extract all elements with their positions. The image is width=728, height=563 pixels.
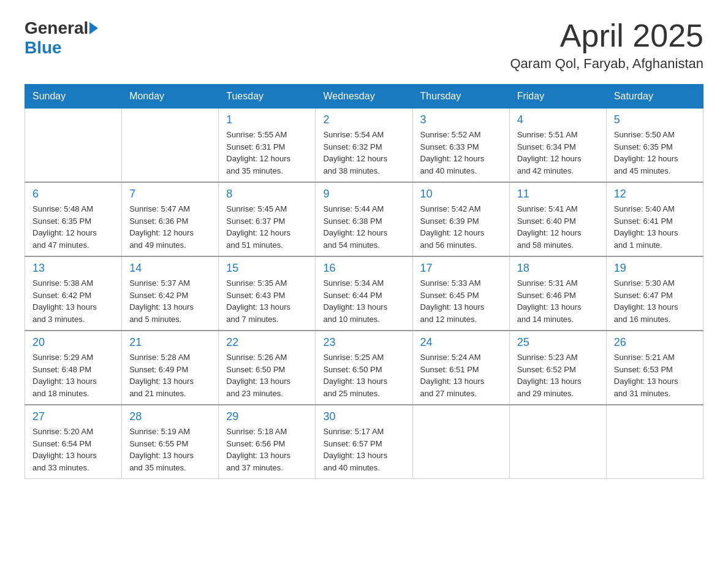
day-info: Sunrise: 5:55 AM Sunset: 6:31 PM Dayligh… bbox=[226, 129, 308, 177]
calendar-cell: 14Sunrise: 5:37 AM Sunset: 6:42 PM Dayli… bbox=[122, 256, 219, 331]
day-number: 28 bbox=[129, 410, 211, 423]
day-number: 26 bbox=[614, 336, 696, 349]
calendar-cell: 10Sunrise: 5:42 AM Sunset: 6:39 PM Dayli… bbox=[412, 182, 509, 256]
calendar-cell: 13Sunrise: 5:38 AM Sunset: 6:42 PM Dayli… bbox=[25, 256, 122, 331]
calendar-cell: 19Sunrise: 5:30 AM Sunset: 6:47 PM Dayli… bbox=[606, 256, 703, 331]
day-number: 22 bbox=[226, 336, 308, 349]
day-number: 3 bbox=[420, 113, 502, 126]
calendar-cell: 11Sunrise: 5:41 AM Sunset: 6:40 PM Dayli… bbox=[509, 182, 606, 256]
weekday-header-tuesday: Tuesday bbox=[219, 85, 316, 109]
weekday-header-monday: Monday bbox=[122, 85, 219, 109]
calendar-cell: 3Sunrise: 5:52 AM Sunset: 6:33 PM Daylig… bbox=[412, 109, 509, 183]
calendar-cell: 8Sunrise: 5:45 AM Sunset: 6:37 PM Daylig… bbox=[219, 182, 316, 256]
calendar-cell: 23Sunrise: 5:25 AM Sunset: 6:50 PM Dayli… bbox=[316, 331, 412, 405]
weekday-header-friday: Friday bbox=[509, 85, 606, 109]
day-info: Sunrise: 5:52 AM Sunset: 6:33 PM Dayligh… bbox=[420, 129, 502, 177]
weekday-header-thursday: Thursday bbox=[412, 85, 509, 109]
day-number: 14 bbox=[129, 262, 211, 275]
day-info: Sunrise: 5:33 AM Sunset: 6:45 PM Dayligh… bbox=[420, 277, 502, 325]
calendar-cell bbox=[606, 405, 703, 479]
calendar-cell: 16Sunrise: 5:34 AM Sunset: 6:44 PM Dayli… bbox=[316, 256, 412, 331]
calendar-cell: 12Sunrise: 5:40 AM Sunset: 6:41 PM Dayli… bbox=[606, 182, 703, 256]
header-right: April 2025 Qaram Qol, Faryab, Afghanista… bbox=[510, 18, 704, 72]
logo-blue-text: Blue bbox=[25, 38, 62, 58]
day-info: Sunrise: 5:17 AM Sunset: 6:57 PM Dayligh… bbox=[323, 426, 404, 473]
day-info: Sunrise: 5:37 AM Sunset: 6:42 PM Dayligh… bbox=[129, 277, 211, 325]
day-number: 10 bbox=[420, 188, 502, 201]
logo-triangle-icon bbox=[89, 22, 98, 34]
day-number: 17 bbox=[420, 262, 502, 275]
location-subtitle: Qaram Qol, Faryab, Afghanistan bbox=[510, 56, 704, 72]
day-number: 13 bbox=[32, 262, 114, 275]
day-info: Sunrise: 5:21 AM Sunset: 6:53 PM Dayligh… bbox=[614, 351, 696, 399]
weekday-header-sunday: Sunday bbox=[25, 85, 122, 109]
weekday-header-saturday: Saturday bbox=[606, 85, 703, 109]
day-number: 9 bbox=[323, 188, 404, 201]
day-info: Sunrise: 5:54 AM Sunset: 6:32 PM Dayligh… bbox=[323, 129, 404, 177]
day-info: Sunrise: 5:45 AM Sunset: 6:37 PM Dayligh… bbox=[226, 203, 308, 251]
calendar-cell: 9Sunrise: 5:44 AM Sunset: 6:38 PM Daylig… bbox=[316, 182, 412, 256]
weekday-header-wednesday: Wednesday bbox=[316, 85, 412, 109]
day-info: Sunrise: 5:40 AM Sunset: 6:41 PM Dayligh… bbox=[614, 203, 696, 251]
day-number: 24 bbox=[420, 336, 502, 349]
day-info: Sunrise: 5:24 AM Sunset: 6:51 PM Dayligh… bbox=[420, 351, 502, 399]
calendar-cell: 5Sunrise: 5:50 AM Sunset: 6:35 PM Daylig… bbox=[606, 109, 703, 183]
day-number: 6 bbox=[32, 188, 114, 201]
calendar-cell: 2Sunrise: 5:54 AM Sunset: 6:32 PM Daylig… bbox=[316, 109, 412, 183]
calendar-cell: 15Sunrise: 5:35 AM Sunset: 6:43 PM Dayli… bbox=[219, 256, 316, 331]
calendar-cell: 29Sunrise: 5:18 AM Sunset: 6:56 PM Dayli… bbox=[219, 405, 316, 479]
day-info: Sunrise: 5:31 AM Sunset: 6:46 PM Dayligh… bbox=[517, 277, 599, 325]
calendar-cell: 21Sunrise: 5:28 AM Sunset: 6:49 PM Dayli… bbox=[122, 331, 219, 405]
calendar-cell: 26Sunrise: 5:21 AM Sunset: 6:53 PM Dayli… bbox=[606, 331, 703, 405]
calendar-cell: 6Sunrise: 5:48 AM Sunset: 6:35 PM Daylig… bbox=[25, 182, 122, 256]
calendar-week-row: 27Sunrise: 5:20 AM Sunset: 6:54 PM Dayli… bbox=[25, 405, 703, 479]
day-info: Sunrise: 5:41 AM Sunset: 6:40 PM Dayligh… bbox=[517, 203, 599, 251]
calendar-cell bbox=[25, 109, 122, 183]
day-number: 30 bbox=[323, 410, 404, 423]
day-info: Sunrise: 5:23 AM Sunset: 6:52 PM Dayligh… bbox=[517, 351, 599, 399]
day-number: 5 bbox=[614, 113, 696, 126]
day-info: Sunrise: 5:50 AM Sunset: 6:35 PM Dayligh… bbox=[614, 129, 696, 177]
day-info: Sunrise: 5:34 AM Sunset: 6:44 PM Dayligh… bbox=[323, 277, 404, 325]
calendar-cell: 22Sunrise: 5:26 AM Sunset: 6:50 PM Dayli… bbox=[219, 331, 316, 405]
day-info: Sunrise: 5:42 AM Sunset: 6:39 PM Dayligh… bbox=[420, 203, 502, 251]
calendar-table: SundayMondayTuesdayWednesdayThursdayFrid… bbox=[25, 84, 703, 479]
calendar-week-row: 1Sunrise: 5:55 AM Sunset: 6:31 PM Daylig… bbox=[25, 109, 703, 183]
day-number: 25 bbox=[517, 336, 599, 349]
calendar-cell bbox=[412, 405, 509, 479]
day-info: Sunrise: 5:47 AM Sunset: 6:36 PM Dayligh… bbox=[129, 203, 211, 251]
day-info: Sunrise: 5:28 AM Sunset: 6:49 PM Dayligh… bbox=[129, 351, 211, 399]
day-info: Sunrise: 5:25 AM Sunset: 6:50 PM Dayligh… bbox=[323, 351, 404, 399]
day-info: Sunrise: 5:38 AM Sunset: 6:42 PM Dayligh… bbox=[32, 277, 114, 325]
calendar-cell: 17Sunrise: 5:33 AM Sunset: 6:45 PM Dayli… bbox=[412, 256, 509, 331]
calendar-cell: 27Sunrise: 5:20 AM Sunset: 6:54 PM Dayli… bbox=[25, 405, 122, 479]
day-number: 18 bbox=[517, 262, 599, 275]
calendar-cell bbox=[509, 405, 606, 479]
day-info: Sunrise: 5:51 AM Sunset: 6:34 PM Dayligh… bbox=[517, 129, 599, 177]
page-header: General Blue April 2025 Qaram Qol, Farya… bbox=[25, 18, 703, 72]
day-number: 23 bbox=[323, 336, 404, 349]
calendar-cell: 30Sunrise: 5:17 AM Sunset: 6:57 PM Dayli… bbox=[316, 405, 412, 479]
day-number: 29 bbox=[226, 410, 308, 423]
month-title: April 2025 bbox=[510, 18, 704, 53]
calendar-week-row: 20Sunrise: 5:29 AM Sunset: 6:48 PM Dayli… bbox=[25, 331, 703, 405]
calendar-week-row: 6Sunrise: 5:48 AM Sunset: 6:35 PM Daylig… bbox=[25, 182, 703, 256]
day-info: Sunrise: 5:20 AM Sunset: 6:54 PM Dayligh… bbox=[32, 426, 114, 473]
day-info: Sunrise: 5:35 AM Sunset: 6:43 PM Dayligh… bbox=[226, 277, 308, 325]
day-number: 21 bbox=[129, 336, 211, 349]
calendar-cell bbox=[122, 109, 219, 183]
day-info: Sunrise: 5:48 AM Sunset: 6:35 PM Dayligh… bbox=[32, 203, 114, 251]
day-number: 15 bbox=[226, 262, 308, 275]
logo-general-text: General bbox=[25, 18, 88, 38]
day-info: Sunrise: 5:26 AM Sunset: 6:50 PM Dayligh… bbox=[226, 351, 308, 399]
day-number: 27 bbox=[32, 410, 114, 423]
day-info: Sunrise: 5:18 AM Sunset: 6:56 PM Dayligh… bbox=[226, 426, 308, 473]
day-number: 16 bbox=[323, 262, 404, 275]
day-info: Sunrise: 5:29 AM Sunset: 6:48 PM Dayligh… bbox=[32, 351, 114, 399]
calendar-cell: 25Sunrise: 5:23 AM Sunset: 6:52 PM Dayli… bbox=[509, 331, 606, 405]
calendar-cell: 20Sunrise: 5:29 AM Sunset: 6:48 PM Dayli… bbox=[25, 331, 122, 405]
calendar-week-row: 13Sunrise: 5:38 AM Sunset: 6:42 PM Dayli… bbox=[25, 256, 703, 331]
day-number: 20 bbox=[32, 336, 114, 349]
logo: General Blue bbox=[25, 18, 99, 58]
day-number: 2 bbox=[323, 113, 404, 126]
